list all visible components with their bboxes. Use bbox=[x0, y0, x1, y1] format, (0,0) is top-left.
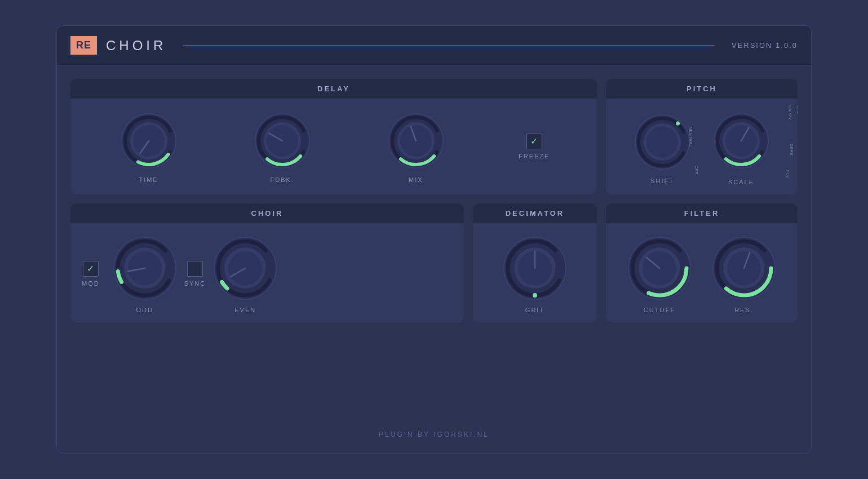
scale-label: SCALE bbox=[728, 179, 754, 185]
res-knob-container: RES. bbox=[710, 234, 778, 313]
fdbk-knob-container: FDBK. bbox=[251, 110, 313, 183]
odd-label: ODD bbox=[136, 307, 153, 313]
sync-container: SYNC bbox=[184, 261, 206, 287]
pitch-header: PITCH bbox=[606, 79, 798, 99]
decimator-section: DECIMATOR bbox=[473, 203, 597, 322]
choir-section: CHOIR ✓ MOD bbox=[70, 203, 464, 322]
freeze-container: ✓ FREEZE bbox=[519, 134, 550, 159]
plugin-wrapper: RE CHOIR VERSION 1.0.0 DELAY bbox=[0, 0, 868, 479]
mod-check-icon: ✓ bbox=[87, 264, 94, 273]
res-knob[interactable] bbox=[710, 234, 778, 302]
footer: PLUGIN BY IGORSKI.NL bbox=[57, 425, 811, 444]
delay-section: DELAY bbox=[70, 79, 597, 194]
even-knob[interactable] bbox=[211, 234, 279, 302]
pitch-section: PITCH bbox=[606, 79, 798, 194]
choir-knobs-area: ✓ MOD bbox=[70, 223, 464, 322]
freeze-checkbox[interactable]: ✓ bbox=[526, 134, 542, 149]
plugin-container: RE CHOIR VERSION 1.0.0 DELAY bbox=[56, 25, 812, 454]
cutoff-label: CUTOFF bbox=[644, 307, 675, 313]
even-label: EVEN bbox=[234, 307, 256, 313]
mod-container: ✓ MOD bbox=[82, 261, 100, 287]
time-knob[interactable] bbox=[118, 110, 180, 172]
mix-knob-container: MIX bbox=[385, 110, 447, 183]
odd-knob-container: ODD bbox=[111, 234, 179, 313]
svg-point-18 bbox=[646, 126, 678, 158]
mod-label: MOD bbox=[82, 280, 100, 287]
logo-re: RE bbox=[70, 36, 97, 55]
header: RE CHOIR VERSION 1.0.0 bbox=[57, 26, 811, 65]
choir-header: CHOIR bbox=[70, 203, 464, 223]
cutoff-knob[interactable] bbox=[626, 234, 693, 302]
mix-label: MIX bbox=[409, 176, 423, 183]
decimator-header: DECIMATOR bbox=[473, 203, 597, 223]
shift-knob-container: SHIFT bbox=[631, 111, 693, 184]
freeze-check-icon: ✓ bbox=[530, 137, 538, 146]
fdbk-knob[interactable] bbox=[251, 110, 313, 172]
version-text: VERSION 1.0.0 bbox=[732, 41, 798, 50]
pitch-knobs-area: SHIFT SAD HAPPY bbox=[606, 99, 798, 194]
grit-knob[interactable] bbox=[501, 234, 569, 302]
sync-checkbox[interactable] bbox=[187, 261, 203, 277]
plugin-title: CHOIR bbox=[106, 38, 166, 54]
mod-checkbox[interactable]: ✓ bbox=[83, 261, 99, 277]
even-knob-container: EVEN bbox=[211, 234, 279, 313]
freeze-label: FREEZE bbox=[519, 153, 550, 159]
shift-knob[interactable] bbox=[631, 111, 693, 173]
res-label: RES. bbox=[734, 307, 754, 313]
grit-knob-container: GRIT bbox=[501, 234, 569, 313]
header-line bbox=[183, 45, 715, 46]
bottom-sections-row: CHOIR ✓ MOD bbox=[70, 203, 798, 322]
top-sections-row: DELAY bbox=[70, 79, 798, 194]
delay-header: DELAY bbox=[70, 79, 597, 99]
main-content: DELAY bbox=[57, 65, 811, 334]
odd-knob[interactable] bbox=[111, 234, 179, 302]
mix-knob[interactable] bbox=[385, 110, 447, 172]
sync-label: SYNC bbox=[184, 280, 206, 287]
filter-knobs-area: CUTOFF bbox=[606, 223, 798, 322]
decimator-knobs-area: GRIT bbox=[473, 223, 597, 322]
shift-label: SHIFT bbox=[650, 178, 674, 184]
time-label: TIME bbox=[139, 176, 158, 183]
svg-point-41 bbox=[533, 293, 537, 298]
filter-header: FILTER bbox=[606, 203, 798, 223]
grit-label: GRIT bbox=[525, 307, 544, 313]
delay-knobs-area: TIME bbox=[70, 99, 597, 192]
cutoff-knob-container: CUTOFF bbox=[626, 234, 693, 313]
scale-knob[interactable] bbox=[710, 110, 772, 172]
filter-section: FILTER bbox=[606, 203, 798, 322]
fdbk-label: FDBK. bbox=[271, 176, 294, 183]
time-knob-container: TIME bbox=[118, 110, 180, 183]
